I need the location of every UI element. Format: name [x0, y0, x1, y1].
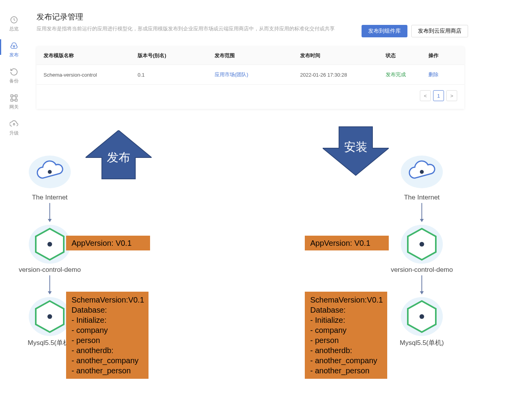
records-table-card: 发布模版名称 版本号(别名) 发布范围 发布时间 状态 操作 Schema-ve…: [37, 47, 464, 109]
svg-point-16: [420, 170, 424, 174]
connector-arrow-icon: [49, 275, 50, 294]
header-buttons: 发布到组件库 发布到云应用商店: [362, 25, 468, 37]
db-label: Mysql5.5(单机): [28, 338, 72, 347]
cell-ver: 0.1: [131, 65, 208, 85]
svg-point-19: [419, 242, 424, 247]
sidebar-item-label: 网关: [9, 104, 19, 110]
hexagon-icon: [28, 223, 72, 265]
table-row: Schema-version-control 0.1 应用市场(团队) 2022…: [37, 65, 464, 85]
col-name: 发布模版名称: [37, 47, 131, 65]
connector-arrow-icon: [421, 275, 422, 294]
sidebar-item-label: 发布: [9, 52, 19, 58]
sidebar-item-publish[interactable]: 发布: [0, 42, 28, 58]
publish-arrow-label: 发布: [107, 150, 130, 166]
sidebar: 总览 发布 备份 网关 升级: [0, 0, 28, 124]
publish-to-cloud-button[interactable]: 发布到云应用商店: [411, 25, 468, 37]
svg-rect-4: [15, 99, 17, 102]
svg-rect-2: [15, 95, 17, 97]
app-label: version-control-demo: [19, 266, 81, 274]
sidebar-item-label: 升级: [9, 130, 19, 136]
sidebar-item-backup[interactable]: 备份: [0, 68, 28, 84]
pager-current[interactable]: 1: [433, 90, 444, 101]
svg-point-11: [47, 242, 52, 247]
hexagon-icon: [400, 223, 444, 265]
connector-arrow-icon: [49, 203, 50, 222]
publish-to-lib-button[interactable]: 发布到组件库: [362, 25, 407, 37]
internet-label: The Internet: [32, 194, 68, 201]
sidebar-item-label: 总览: [9, 26, 19, 32]
internet-node: The Internet: [400, 151, 444, 201]
pager-next[interactable]: >: [446, 90, 457, 101]
col-time: 发布时间: [293, 47, 379, 65]
cell-time: 2022-01-26 17:30:28: [293, 65, 379, 85]
internet-label: The Internet: [404, 194, 440, 201]
install-arrow-label: 安装: [344, 139, 367, 155]
cell-name: Schema-version-control: [37, 65, 131, 85]
gateway-icon: [10, 94, 18, 102]
hexagon-icon: [28, 296, 72, 338]
cloud-icon: [400, 151, 444, 193]
backup-icon: [10, 68, 18, 76]
dashboard-icon: [10, 16, 18, 24]
app-node: version-control-demo: [391, 223, 453, 274]
db-node: Mysql5.5(单机): [28, 296, 72, 347]
page-title: 发布记录管理: [37, 12, 464, 22]
svg-point-8: [48, 170, 52, 174]
col-status: 状态: [379, 47, 421, 65]
appversion-note-left: AppVersion: V0.1: [66, 236, 150, 250]
pager: < 1 >: [37, 85, 464, 101]
db-node: Mysql5.5(单机): [400, 296, 444, 347]
publish-arrow: 发布: [86, 130, 152, 185]
internet-node: The Internet: [28, 151, 72, 201]
cell-delete-link[interactable]: 删除: [428, 72, 439, 77]
col-ver: 版本号(别名): [131, 47, 208, 65]
db-label: Mysql5.5(单机): [400, 338, 444, 347]
schemaversion-note-left: SchemaVersion:V0.1 Database: - Initializ…: [66, 292, 149, 379]
pager-prev[interactable]: <: [420, 90, 431, 101]
diagram-right-column: The Internet version-control-demo Mysql5…: [379, 151, 465, 347]
schemaversion-note-right: SchemaVersion:V0.1 Database: - Initializ…: [305, 292, 387, 379]
cell-scope-link[interactable]: 应用市场(团队): [215, 72, 248, 77]
sidebar-item-overview[interactable]: 总览: [0, 16, 28, 32]
svg-rect-3: [11, 99, 13, 102]
col-ops: 操作: [421, 47, 464, 65]
app-label: version-control-demo: [391, 266, 453, 274]
connector-arrow-icon: [421, 203, 422, 222]
svg-point-14: [47, 314, 52, 319]
cell-status: 发布完成: [386, 72, 406, 77]
upgrade-icon: [10, 120, 18, 128]
sidebar-item-upgrade[interactable]: 升级: [0, 120, 28, 136]
sidebar-item-label: 备份: [9, 78, 19, 84]
svg-point-22: [419, 314, 424, 319]
publish-icon: [10, 42, 18, 50]
sidebar-item-gateway[interactable]: 网关: [0, 94, 28, 110]
col-scope: 发布范围: [208, 47, 293, 65]
svg-rect-1: [11, 95, 13, 97]
hexagon-icon: [400, 296, 444, 338]
records-table: 发布模版名称 版本号(别名) 发布范围 发布时间 状态 操作 Schema-ve…: [37, 47, 464, 85]
cloud-icon: [28, 151, 72, 193]
appversion-note-right: AppVersion: V0.1: [305, 236, 389, 250]
page-header: 发布记录管理 应用发布是指将当前运行的应用进行模型化，形成应用模版发布到企业应用…: [37, 12, 464, 32]
